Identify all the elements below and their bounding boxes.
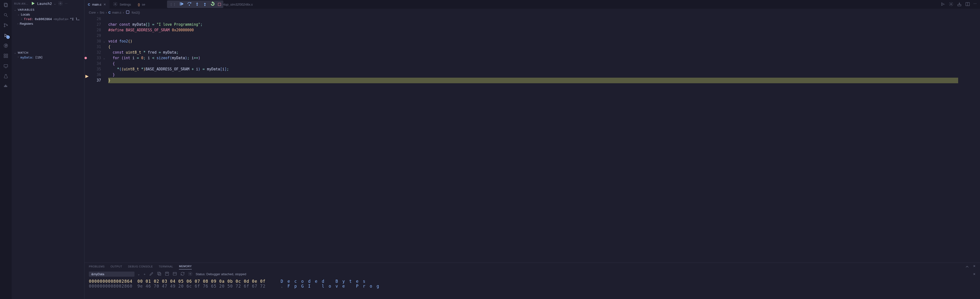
breakpoint-marker[interactable] [84, 57, 87, 59]
locals-label: Locals [21, 13, 30, 16]
svg-marker-27 [942, 3, 943, 6]
breadcrumb-folder[interactable]: Core [89, 11, 95, 14]
launch-config-name[interactable]: Launch2 [37, 2, 52, 6]
edit-icon[interactable] [149, 271, 154, 277]
source-control-icon[interactable] [3, 22, 9, 28]
search-icon[interactable] [3, 12, 9, 18]
watch-value: [19] [35, 56, 43, 59]
tab-settings[interactable]: Settings [110, 0, 135, 9]
more-icon[interactable]: ⋯ [974, 2, 977, 7]
step-over-icon[interactable] [187, 2, 192, 7]
remote-icon[interactable] [3, 63, 9, 69]
svg-marker-7 [5, 34, 7, 37]
breadcrumb-folder[interactable]: Src [100, 11, 105, 14]
run-dropdown-icon[interactable] [940, 2, 945, 7]
tab-main-c[interactable]: C main.c ✕ [84, 0, 110, 9]
svg-rect-16 [5, 86, 6, 87]
restart-icon[interactable] [210, 2, 215, 7]
gear-icon[interactable] [188, 271, 193, 277]
svg-point-24 [189, 5, 190, 6]
breadcrumb[interactable]: Core › Src › C main.c › foo2() [84, 9, 980, 16]
play-icon[interactable] [30, 1, 35, 6]
docker-icon[interactable] [3, 83, 9, 89]
svg-rect-15 [4, 86, 5, 87]
locals-scope[interactable]: ⌄ Locals [12, 12, 84, 17]
line-number: 34 [89, 61, 101, 67]
watch-label: WATCH [18, 51, 29, 54]
close-icon[interactable]: ✕ [103, 3, 106, 6]
registers-scope[interactable]: › Registers [12, 21, 84, 26]
svg-point-40 [190, 273, 191, 275]
explorer-icon[interactable] [3, 2, 9, 8]
close-panel-icon[interactable]: ✕ [973, 264, 976, 270]
svg-rect-13 [4, 65, 8, 67]
tab-label: startup_stm32f302r8tx.s [219, 3, 253, 6]
step-out-icon[interactable] [202, 2, 207, 7]
chevron-right-icon: › [106, 11, 107, 14]
code-content[interactable]: char const myData[] = "I love Programmin… [108, 16, 958, 262]
refresh-icon[interactable] [180, 271, 185, 277]
close-icon[interactable]: ✕ [973, 272, 976, 276]
debug-toolbar: ⋮⋮ [167, 0, 223, 8]
panel-tabs: PROBLEMS OUTPUT DEBUG CONSOLE TERMINAL M… [84, 263, 980, 270]
continue-icon[interactable] [179, 2, 184, 7]
testing-icon[interactable] [3, 73, 9, 79]
tab-output[interactable]: OUTPUT [110, 265, 122, 269]
extensions-bolt-icon[interactable] [3, 43, 9, 49]
memory-expression-input[interactable] [89, 272, 135, 277]
tab-json[interactable]: {} se [135, 0, 149, 9]
extensions-grid-icon[interactable] [3, 53, 9, 59]
instruction-pointer-icon [84, 74, 89, 80]
build-icon[interactable] [949, 2, 953, 7]
svg-rect-29 [958, 4, 961, 6]
breakpoint-gutter[interactable] [84, 16, 89, 262]
title-actions: ⋯ [940, 2, 980, 7]
activity-bar [0, 0, 12, 299]
fold-icon[interactable]: ⌄ [103, 38, 108, 44]
breadcrumb-symbol[interactable]: foo2() [132, 11, 140, 14]
memory-data-row[interactable]: 0000000008002860 9e 46 70 47 49 20 6c 6f… [89, 284, 976, 289]
save-icon[interactable] [165, 271, 169, 277]
add-icon[interactable]: ＋ [143, 272, 146, 277]
fold-gutter[interactable]: ⌄ ⌄ [103, 16, 108, 262]
tab-terminal[interactable]: TERMINAL [159, 265, 173, 269]
fold-icon[interactable]: ⌄ [103, 55, 108, 61]
run-config-header: RUN AN… Launch2 ⌄ ⋯ [12, 0, 84, 7]
memory-header-row: 0000000008002864 00 01 02 03 04 05 06 07… [89, 279, 976, 284]
variable-fred[interactable]: › fred: 0x8002864 <myData> "I l… [12, 17, 84, 21]
minimap[interactable] [958, 16, 980, 262]
breadcrumb-file[interactable]: main.c [112, 11, 121, 14]
step-into-icon[interactable] [195, 2, 200, 7]
download-icon[interactable] [957, 2, 962, 7]
stop-icon[interactable] [218, 3, 221, 6]
watch-section[interactable]: ⌄ WATCH [12, 50, 84, 55]
tab-debug-console[interactable]: DEBUG CONSOLE [128, 265, 153, 269]
copy-icon[interactable] [157, 271, 162, 277]
tab-label-partial: se [142, 3, 145, 6]
drag-handle-icon[interactable]: ⋮⋮ [169, 2, 176, 6]
memory-header-offsets: 00 01 02 03 04 05 06 07 08 09 0a 0b 0c 0… [137, 279, 273, 284]
watch-expression[interactable]: › myData: [19] [12, 55, 84, 60]
svg-rect-9 [4, 54, 6, 56]
more-icon[interactable]: ⋯ [65, 2, 68, 5]
chevron-down-icon[interactable]: ⌄ [137, 272, 140, 276]
debug-icon[interactable] [3, 32, 9, 38]
debug-sidebar: RUN AN… Launch2 ⌄ ⋯ ⌄ VARIABLES ⌄ Locals… [12, 0, 84, 299]
line-number: 33 [89, 55, 101, 61]
code-editor[interactable]: 26 27 28 29 30 31 32 33 34 35 36 37 ⌄ ⌄ … [84, 16, 980, 262]
split-editor-icon[interactable] [965, 2, 970, 7]
svg-point-6 [6, 25, 8, 26]
line-number: 26 [89, 16, 101, 22]
variables-section[interactable]: ⌄ VARIABLES [12, 7, 84, 12]
tab-problems[interactable]: PROBLEMS [89, 265, 105, 269]
columns-icon[interactable] [172, 271, 177, 277]
memory-view[interactable]: 0000000008002864 00 01 02 03 04 05 06 07… [84, 278, 980, 289]
memory-header-address: 0000000008002864 [89, 279, 137, 284]
svg-rect-37 [166, 272, 168, 273]
svg-rect-17 [6, 86, 7, 87]
svg-marker-33 [86, 75, 88, 78]
maximize-panel-icon[interactable] [965, 264, 970, 270]
settings-icon[interactable] [58, 1, 63, 6]
tab-memory[interactable]: MEMORY [179, 265, 191, 269]
chevron-down-icon[interactable]: ⌄ [54, 2, 56, 5]
